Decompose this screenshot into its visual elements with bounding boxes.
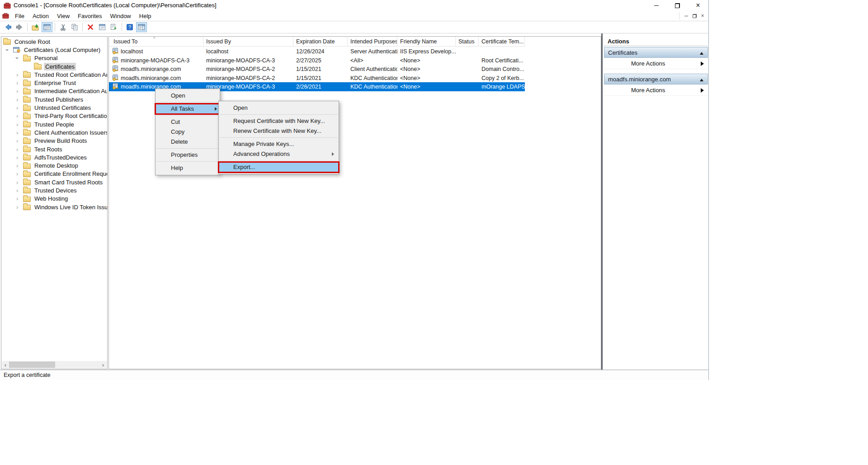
- menu-window[interactable]: Window: [106, 11, 135, 21]
- chevron-collapsed-icon[interactable]: ›: [15, 96, 23, 103]
- tree-item-windows-live-id-token-issuer[interactable]: ›Windows Live ID Token Issuer: [1, 203, 107, 211]
- tree-item-client-authentication-issuers[interactable]: ›Client Authentication Issuers: [1, 128, 107, 136]
- menu-action[interactable]: Action: [28, 11, 53, 21]
- chevron-expanded-icon[interactable]: ›: [15, 55, 23, 61]
- more-actions-certificates[interactable]: More Actions: [604, 58, 708, 69]
- submenu-item-open[interactable]: Open: [219, 103, 339, 113]
- menu-favorites[interactable]: Favorites: [74, 11, 106, 21]
- tree-item-untrusted-certificates[interactable]: ›Untrusted Certificates: [1, 103, 107, 112]
- tree-horizontal-scrollbar[interactable]: ‹ ›: [2, 361, 107, 368]
- up-one-level-button[interactable]: [30, 22, 41, 32]
- child-close-button[interactable]: ×: [698, 12, 707, 20]
- submenu-item-manage-private-keys[interactable]: Manage Private Keys...: [219, 139, 339, 149]
- cell-issued-to: miniorange-MOADFS-CA-3: [109, 56, 203, 65]
- tree-item-trusted-publishers[interactable]: ›Trusted Publishers: [1, 95, 107, 103]
- chevron-collapsed-icon[interactable]: ›: [15, 129, 23, 136]
- tree-item-trusted-people[interactable]: ›Trusted People: [1, 120, 107, 128]
- child-minimize-button[interactable]: [682, 12, 690, 20]
- chevron-collapsed-icon[interactable]: ›: [15, 104, 23, 111]
- chevron-collapsed-icon[interactable]: ›: [15, 179, 23, 186]
- delete-button[interactable]: [85, 22, 96, 32]
- close-button[interactable]: ×: [688, 0, 708, 11]
- pane-divider[interactable]: [601, 33, 603, 370]
- tree-item-intermediate-certification-authorities[interactable]: ›Intermediate Certification Autho: [1, 87, 107, 95]
- tree-item-adfstrusteddevices[interactable]: ›AdfsTrustedDevices: [1, 153, 107, 161]
- column-header-friendly-name[interactable]: Friendly Name: [397, 37, 456, 47]
- chevron-collapsed-icon[interactable]: ›: [15, 195, 23, 202]
- column-header-certificate-template[interactable]: Certificate Tem...: [479, 37, 525, 47]
- tree-item-preview-build-roots[interactable]: ›Preview Build Roots: [1, 137, 107, 145]
- collapse-icon[interactable]: [700, 79, 703, 81]
- tree-item-web-hosting[interactable]: ›Web Hosting: [1, 195, 107, 203]
- menu-file[interactable]: File: [11, 11, 28, 21]
- chevron-collapsed-icon[interactable]: ›: [15, 137, 23, 144]
- tree-item-smart-card-trusted-roots[interactable]: ›Smart Card Trusted Roots: [1, 178, 107, 186]
- chevron-collapsed-icon[interactable]: ›: [15, 80, 23, 86]
- scroll-right-icon[interactable]: ›: [99, 361, 107, 368]
- tree-item-certificates-local-computer[interactable]: ›Certificates (Local Computer): [1, 46, 107, 54]
- child-restore-button[interactable]: [690, 12, 698, 20]
- chevron-collapsed-icon[interactable]: ›: [15, 113, 23, 119]
- export-list-button[interactable]: [108, 22, 119, 32]
- show-hide-action-pane-button[interactable]: [136, 22, 147, 32]
- submenu-item-advanced-operations[interactable]: Advanced Operations: [219, 149, 339, 159]
- tree-item-enterprise-trust[interactable]: ›Enterprise Trust: [1, 79, 107, 87]
- ctx-item-open[interactable]: Open: [156, 91, 220, 101]
- column-header-status[interactable]: Status: [456, 37, 479, 47]
- certificate-row[interactable]: moadfs.miniorange.comminiorange-MOADFS-C…: [109, 74, 525, 83]
- forward-button[interactable]: [14, 22, 25, 32]
- actions-section-certificates[interactable]: Certificates: [604, 47, 708, 58]
- tree-item-test-roots[interactable]: ›Test Roots: [1, 145, 107, 153]
- menu-view[interactable]: View: [53, 11, 74, 21]
- tree-item-console-root[interactable]: Console Root: [1, 38, 107, 46]
- tree-item-remote-desktop[interactable]: ›Remote Desktop: [1, 161, 107, 169]
- submenu-item-export[interactable]: Export...: [219, 162, 339, 172]
- ctx-item-cut[interactable]: Cut: [156, 117, 220, 127]
- tree-item-personal[interactable]: ›Personal: [1, 54, 107, 62]
- chevron-collapsed-icon[interactable]: ›: [15, 162, 23, 169]
- minimize-button[interactable]: [646, 0, 667, 11]
- help-button[interactable]: ?: [124, 22, 135, 32]
- column-header-issued-by[interactable]: Issued By: [203, 37, 293, 47]
- scrollbar-thumb[interactable]: [9, 362, 55, 368]
- certificate-row[interactable]: miniorange-MOADFS-CA-3miniorange-MOADFS-…: [109, 56, 525, 65]
- ctx-item-copy[interactable]: Copy: [156, 127, 220, 137]
- column-header-intended-purposes[interactable]: Intended Purposes: [348, 37, 397, 47]
- chevron-expanded-icon[interactable]: ›: [5, 47, 13, 53]
- tree-item-certificates[interactable]: Certificates: [1, 62, 107, 70]
- restore-button[interactable]: [667, 0, 688, 11]
- scroll-left-icon[interactable]: ‹: [2, 361, 9, 368]
- chevron-collapsed-icon[interactable]: ›: [15, 170, 23, 177]
- tree-item-trusted-root-certification-authorities[interactable]: ›Trusted Root Certification Autho: [1, 70, 107, 79]
- cut-button[interactable]: [57, 22, 68, 32]
- chevron-collapsed-icon[interactable]: ›: [15, 146, 23, 153]
- tree-item-certificate-enrollment-requests[interactable]: ›Certificate Enrollment Requests: [1, 170, 107, 178]
- chevron-collapsed-icon[interactable]: ›: [15, 71, 23, 78]
- collapse-icon[interactable]: [700, 52, 703, 55]
- back-button[interactable]: [2, 22, 13, 32]
- column-header-issued-to[interactable]: Issued To: [109, 37, 203, 47]
- menu-help[interactable]: Help: [135, 11, 156, 21]
- ctx-item-all-tasks[interactable]: All Tasks: [156, 104, 220, 114]
- actions-section-moadfs[interactable]: moadfs.miniorange.com: [604, 74, 708, 85]
- more-actions-moadfs[interactable]: More Actions: [604, 85, 708, 96]
- chevron-collapsed-icon[interactable]: ›: [15, 204, 23, 211]
- chevron-collapsed-icon[interactable]: ›: [15, 88, 23, 94]
- copy-button[interactable]: [69, 22, 80, 32]
- ctx-item-delete[interactable]: Delete: [156, 137, 220, 147]
- certificate-row[interactable]: localhostlocalhost12/26/2024Server Authe…: [109, 47, 525, 56]
- properties-button[interactable]: [97, 22, 108, 32]
- ctx-item-help[interactable]: Help: [156, 163, 220, 173]
- chevron-collapsed-icon[interactable]: ›: [15, 121, 23, 128]
- tree-item-trusted-devices[interactable]: ›Trusted Devices: [1, 186, 107, 194]
- ctx-item-properties[interactable]: Properties: [156, 150, 220, 160]
- column-header-expiration-date[interactable]: Expiration Date: [293, 37, 348, 47]
- show-hide-console-tree-button[interactable]: [42, 22, 52, 32]
- submenu-item-request-certificate[interactable]: Request Certificate with New Key...: [219, 116, 339, 126]
- chevron-collapsed-icon[interactable]: ›: [15, 187, 23, 194]
- status-bar: Export a certificate: [0, 370, 708, 380]
- tree-item-third-party-root-certification-authorities[interactable]: ›Third-Party Root Certification Au: [1, 112, 107, 120]
- chevron-collapsed-icon[interactable]: ›: [15, 154, 23, 161]
- submenu-item-renew-certificate[interactable]: Renew Certificate with New Key...: [219, 126, 339, 136]
- certificate-row[interactable]: moadfs.miniorange.comminiorange-MOADFS-C…: [109, 65, 525, 74]
